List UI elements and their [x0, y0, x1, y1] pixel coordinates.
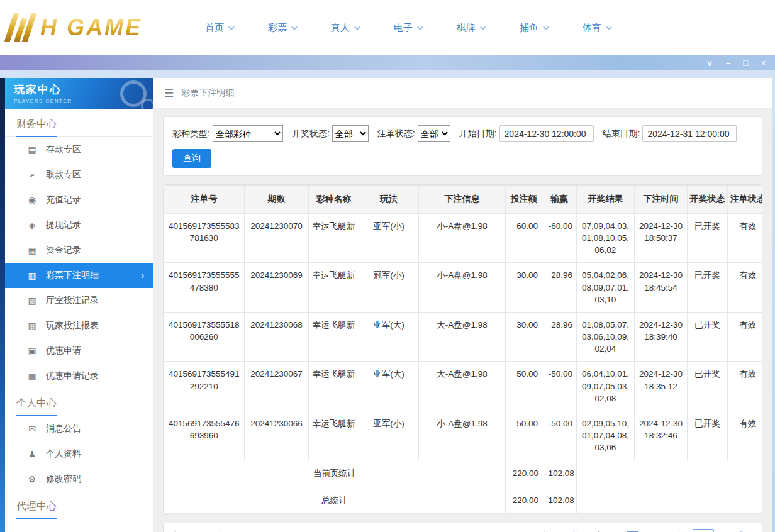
sidebar-item[interactable]: ▤ 存款专区: [5, 137, 153, 162]
sidebar-item-label: 充值记录: [46, 194, 81, 206]
topnav-item[interactable]: 真人: [331, 22, 359, 34]
topnav-item-label: 真人: [331, 22, 350, 34]
minimize-icon[interactable]: −: [725, 58, 730, 67]
logo: H GAME: [9, 13, 176, 42]
sidebar-item-label: 资金记录: [46, 245, 81, 256]
table-header-row: 注单号期数彩种名称玩法下注信息投注额输赢开奖结果下注时间开奖状态注单状态: [164, 186, 763, 214]
end-date-input[interactable]: [642, 125, 737, 142]
table-header-cell: 开奖结果: [577, 186, 635, 214]
sidebar-item[interactable]: ▨ 玩家投注报表: [5, 313, 153, 338]
sidebar-item[interactable]: ♟ 个人资料: [5, 441, 153, 467]
sidebar-item[interactable]: ✉ 消息公告: [5, 416, 153, 441]
topnav-item[interactable]: 棋牌: [457, 22, 484, 34]
topnav-item[interactable]: 彩票: [268, 22, 296, 34]
top-bar: H GAME 首页 彩票 真人 电子 棋牌: [0, 0, 775, 55]
sidebar-item[interactable]: ▥ 彩票下注明细 ›: [5, 263, 153, 288]
lottery-type-select[interactable]: 全部彩种: [213, 125, 283, 142]
cell-period: 20241230070: [245, 214, 309, 263]
table-row: 401569173555583781630 20241230070 幸运飞艇新 …: [164, 214, 763, 263]
cell-draw-status: 已开奖: [688, 411, 728, 460]
cell-draw-status: 已开奖: [688, 312, 728, 361]
start-date-input[interactable]: [499, 125, 594, 142]
draw-status-label: 开奖状态:: [292, 128, 330, 140]
topnav-item-label: 棋牌: [457, 22, 476, 34]
section-agent-center: 代理中心: [5, 492, 153, 519]
window-body: 玩家中心 PLAYERS CENTER 财务中心 ▤ 存款专区 ➢ 取款专区: [0, 70, 775, 532]
sidebar-item-label: 个人资料: [46, 448, 81, 460]
sidebar-item[interactable]: ▧ 厅室投注记录: [5, 288, 153, 313]
cell-lottery-name: 幸运飞艇新: [309, 411, 359, 460]
window-right-edge: [772, 78, 775, 532]
topnav-item-label: 首页: [205, 22, 224, 34]
section-finance-center: 财务中心: [5, 109, 153, 137]
sidebar-item[interactable]: ➢ 取款专区: [5, 162, 153, 187]
gear-icon: ⚙: [26, 474, 38, 484]
logo-icon: [9, 13, 35, 42]
search-button[interactable]: 查询: [172, 149, 211, 168]
sidebar-item-label: 优惠申请: [46, 345, 81, 357]
summary-bet-total: 220.00: [506, 460, 542, 487]
draw-status-select[interactable]: 全部: [332, 125, 369, 142]
grand-total-summary-row: 总统计 220.00 -102.08: [164, 487, 763, 513]
cell-period: 20241230068: [245, 312, 309, 361]
top-navigation: 首页 彩票 真人 电子 棋牌 捕鱼: [205, 22, 610, 34]
summary-label: 当前页统计: [164, 460, 506, 487]
start-date-label: 开始日期:: [459, 128, 497, 140]
cell-bet-time: 2024-12-30 18:45:54: [635, 263, 688, 312]
withdraw-icon: ➢: [26, 170, 38, 180]
sidebar-item-label: 提现记录: [46, 219, 81, 231]
topnav-item-label: 彩票: [268, 22, 287, 34]
cell-bet-time: 2024-12-30 18:39:40: [635, 312, 688, 361]
order-status-select[interactable]: 全部: [418, 125, 450, 142]
cell-order-id: 401569173555476693960: [164, 411, 245, 460]
close-icon[interactable]: ×: [761, 58, 766, 67]
cell-play-type: 亚军(小): [359, 411, 419, 460]
page-title: 彩票下注明细: [181, 87, 234, 99]
chevron-down-icon: [228, 24, 235, 30]
section-personal-center: 个人中心: [5, 389, 153, 416]
window-titlebar: ∨ − □ ×: [0, 55, 775, 70]
table-header-cell: 注单状态: [728, 186, 763, 214]
sidebar-item-label: 玩家投注报表: [46, 320, 99, 331]
topnav-item-label: 体育: [583, 22, 601, 34]
sidebar-item[interactable]: ⚙ 修改密码: [5, 467, 153, 492]
chevron-down-icon: [417, 24, 423, 30]
cell-draw-status: 已开奖: [688, 362, 728, 411]
logo-text: H GAME: [40, 14, 142, 41]
user-icon: ♟: [26, 449, 38, 459]
cell-order-status: 有效: [728, 263, 763, 312]
topnav-item[interactable]: 电子: [394, 22, 421, 34]
sidebar-item[interactable]: ◈ 提现记录: [5, 213, 153, 238]
table-row: 401569173555476693960 20241230066 幸运飞艇新 …: [164, 411, 763, 460]
breadcrumb: ☰ 彩票下注明细: [153, 78, 772, 108]
cell-order-status: 有效: [728, 362, 763, 411]
summary-label: 总统计: [164, 487, 506, 513]
sidebar-item[interactable]: ◉ 充值记录: [5, 187, 153, 213]
table-row: 401569173555518006260 20241230068 幸运飞艇新 …: [164, 312, 763, 361]
collapse-icon[interactable]: ∨: [706, 58, 713, 67]
sidebar-item-label: 存款专区: [46, 144, 81, 155]
topnav-item[interactable]: 捕鱼: [520, 22, 547, 34]
page-jump-input[interactable]: [693, 529, 714, 532]
cell-order-id: 401569173555518006260: [164, 312, 245, 361]
pagination-bar: 每页显示20条 共5条 首页 上一页 1 下一页 第 页 跳转: [163, 523, 762, 532]
cell-bet-info: 小-A盘@1.98: [419, 263, 506, 312]
cell-draw-result: 07,09,04,03,01,08,10,05,06,02: [577, 214, 635, 263]
cell-lottery-name: 幸运飞艇新: [309, 312, 359, 361]
app-window: ∨ − □ × 玩家中心 PLAYERS CENTER 财务中心 ▤: [0, 55, 775, 532]
sidebar-item[interactable]: ▩ 优惠申请记录: [5, 363, 153, 389]
maximize-icon[interactable]: □: [743, 58, 748, 67]
sidebar-item-label: 修改密码: [46, 474, 81, 485]
topnav-item[interactable]: 首页: [205, 22, 233, 34]
cell-bet-info: 小-A盘@1.98: [419, 411, 506, 460]
menu-toggle-icon[interactable]: ☰: [164, 87, 174, 100]
topnav-item-label: 电子: [394, 22, 413, 34]
topnav-item[interactable]: 体育: [583, 22, 610, 34]
cell-draw-status: 已开奖: [688, 214, 728, 263]
hall-bet-record-icon: ▧: [26, 296, 38, 306]
sidebar-item[interactable]: ▣ 优惠申请: [5, 338, 153, 363]
player-bet-report-icon: ▨: [26, 321, 38, 331]
sidebar-item[interactable]: ▦ 资金记录: [5, 238, 153, 263]
cell-draw-status: 已开奖: [688, 263, 728, 312]
table-header-cell: 玩法: [359, 186, 419, 214]
